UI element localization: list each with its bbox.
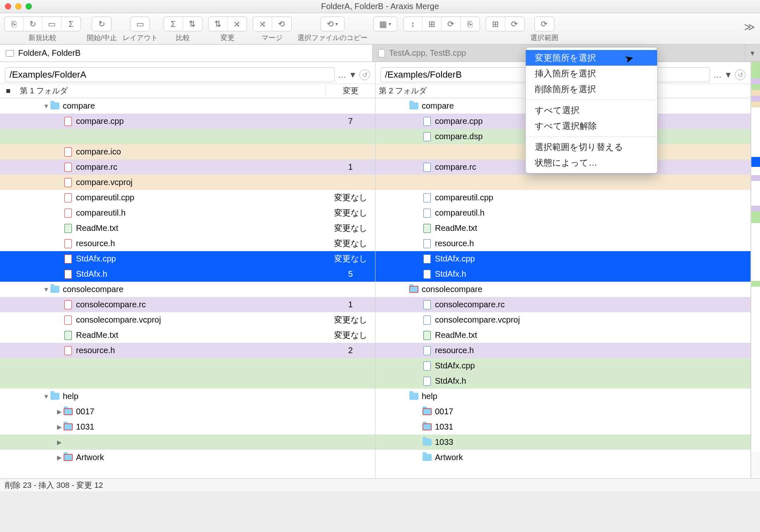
file-row[interactable]: ▶ 1031 — [0, 419, 375, 435]
toolbar-button[interactable]: ⊞ — [486, 17, 505, 31]
toolbar-button[interactable]: ⤨ — [253, 17, 272, 31]
path-more-icon[interactable]: … — [713, 70, 722, 80]
file-row[interactable] — [0, 358, 375, 373]
toolbar-button[interactable]: ↕ — [404, 17, 423, 31]
minimap-segment[interactable] — [751, 211, 760, 223]
file-row[interactable]: 0017 — [375, 404, 750, 419]
toolbar-button[interactable]: ⟲ ▾ — [321, 17, 344, 31]
minimap-segment[interactable] — [751, 175, 760, 181]
file-row[interactable]: resource.h2 — [0, 343, 375, 358]
toolbar-button[interactable]: ▭ — [43, 17, 62, 31]
history-icon[interactable]: ↺ — [735, 69, 746, 80]
minimize-icon[interactable] — [15, 3, 21, 10]
path-input[interactable] — [5, 67, 335, 82]
minimap-segment[interactable] — [751, 96, 760, 102]
file-row[interactable]: resource.h — [375, 236, 750, 251]
minimap-segment[interactable] — [751, 287, 760, 452]
file-row[interactable]: resource.h — [375, 343, 750, 358]
col-folder[interactable]: 第 1 フォルダ — [17, 86, 325, 96]
file-row[interactable]: ▼ help — [0, 389, 375, 404]
col-change[interactable]: 変更 — [325, 86, 375, 96]
toolbar-overflow-icon[interactable]: ≫ — [744, 21, 755, 33]
file-row[interactable]: compareutil.cpp変更なし — [0, 190, 375, 205]
minimap-segment[interactable] — [751, 206, 760, 211]
minimap-segment[interactable] — [751, 90, 760, 96]
file-row[interactable]: 1033 — [375, 435, 750, 450]
chevron-down-icon[interactable]: ▼ — [349, 70, 357, 80]
minimap-segment[interactable] — [751, 107, 760, 157]
file-row[interactable]: help — [375, 389, 750, 404]
toolbar-button[interactable]: Σ — [62, 17, 81, 31]
file-row[interactable]: Artwork — [375, 450, 750, 465]
disclosure-icon[interactable]: ▼ — [42, 286, 50, 293]
file-row[interactable]: ▶ 0017 — [0, 404, 375, 419]
file-row[interactable]: ReadMe.txt — [375, 221, 750, 236]
file-row[interactable]: consolecompare.rc1 — [0, 297, 375, 312]
file-row[interactable]: compareutil.cpp — [375, 190, 750, 205]
close-icon[interactable] — [5, 3, 11, 10]
file-row[interactable] — [375, 175, 750, 190]
file-row[interactable] — [0, 373, 375, 389]
file-row[interactable]: ReadMe.txt — [375, 328, 750, 343]
minimap-segment[interactable] — [751, 181, 760, 206]
file-row[interactable]: 1031 — [375, 419, 750, 435]
menu-item[interactable]: 変更箇所を選択 — [526, 50, 657, 66]
menu-item[interactable]: すべて選択解除 — [526, 118, 657, 134]
file-row[interactable]: StdAfx.cpp変更なし — [0, 251, 375, 266]
toolbar-button[interactable]: ⟳ — [505, 17, 524, 31]
minimap-segment[interactable] — [751, 84, 760, 90]
toolbar-button[interactable]: ⎘ — [5, 17, 24, 31]
toolbar-button[interactable]: ▭ — [131, 17, 150, 31]
minimap-segment[interactable] — [751, 223, 760, 281]
file-row[interactable]: compare.cpp7 — [0, 114, 375, 129]
file-row[interactable]: consolecompare.vcproj変更なし — [0, 312, 375, 328]
file-row[interactable]: compareutil.h変更なし — [0, 205, 375, 221]
file-row[interactable]: consolecompare.rc — [375, 297, 750, 312]
menu-item[interactable]: 削除箇所を選択 — [526, 81, 657, 97]
tab-overflow[interactable]: ▾ — [745, 45, 760, 62]
file-row[interactable]: consolecompare — [375, 282, 750, 297]
tab-folder-compare[interactable]: FolderA, FolderB — [0, 45, 373, 62]
toolbar-button[interactable]: ⇅ — [209, 17, 228, 31]
minimap-segment[interactable] — [751, 157, 760, 167]
menu-item[interactable]: すべて選択 — [526, 102, 657, 118]
file-row[interactable]: ReadMe.txt変更なし — [0, 328, 375, 343]
toolbar-button[interactable]: ▦ ▾ — [374, 17, 397, 31]
menu-item[interactable]: 状態によって… — [526, 155, 657, 171]
file-row[interactable]: StdAfx.h5 — [0, 266, 375, 282]
disclosure-icon[interactable]: ▼ — [42, 102, 50, 109]
file-row[interactable]: compareutil.h — [375, 205, 750, 221]
minimap-segment[interactable] — [751, 167, 760, 175]
minimap-segment[interactable] — [751, 62, 760, 78]
zoom-icon[interactable] — [26, 3, 32, 10]
file-row[interactable]: StdAfx.h — [375, 266, 750, 282]
history-icon[interactable]: ↺ — [359, 69, 370, 80]
minimap-segment[interactable] — [751, 281, 760, 287]
file-row[interactable]: compare.vcproj — [0, 175, 375, 190]
file-row[interactable]: ▼ compare — [0, 98, 375, 114]
menu-item[interactable]: 選択範囲を切り替える — [526, 139, 657, 155]
toolbar-button[interactable]: ⟳ — [442, 17, 461, 31]
toolbar-button[interactable]: Σ — [164, 17, 183, 31]
toolbar-button[interactable]: ⊞ — [423, 17, 442, 31]
chevron-down-icon[interactable]: ▼ — [724, 70, 732, 80]
disclosure-icon[interactable]: ▶ — [55, 439, 64, 446]
file-row[interactable]: ▶ Artwork — [0, 450, 375, 465]
menu-item[interactable]: 挿入箇所を選択 — [526, 66, 657, 81]
minimap-segment[interactable] — [751, 102, 760, 107]
toolbar-button[interactable]: ⟲ — [272, 17, 291, 31]
minimap-segment[interactable] — [751, 78, 760, 84]
disclosure-icon[interactable]: ▶ — [55, 423, 64, 431]
toolbar-button[interactable]: ⇅ — [183, 17, 202, 31]
file-row[interactable]: ▶ — [0, 435, 375, 450]
disclosure-icon[interactable]: ▶ — [55, 408, 64, 416]
toolbar-button[interactable]: ⟳ — [535, 17, 554, 31]
file-row[interactable]: consolecompare.vcproj — [375, 312, 750, 328]
disclosure-icon[interactable]: ▼ — [42, 393, 50, 400]
file-row[interactable]: ReadMe.txt変更なし — [0, 221, 375, 236]
toolbar-button[interactable]: ⎘ — [461, 17, 480, 31]
toolbar-button[interactable]: ↻ — [24, 17, 43, 31]
file-row[interactable]: StdAfx.h — [375, 373, 750, 389]
file-row[interactable]: ▼ consolecompare — [0, 282, 375, 297]
path-more-icon[interactable]: … — [338, 70, 346, 80]
